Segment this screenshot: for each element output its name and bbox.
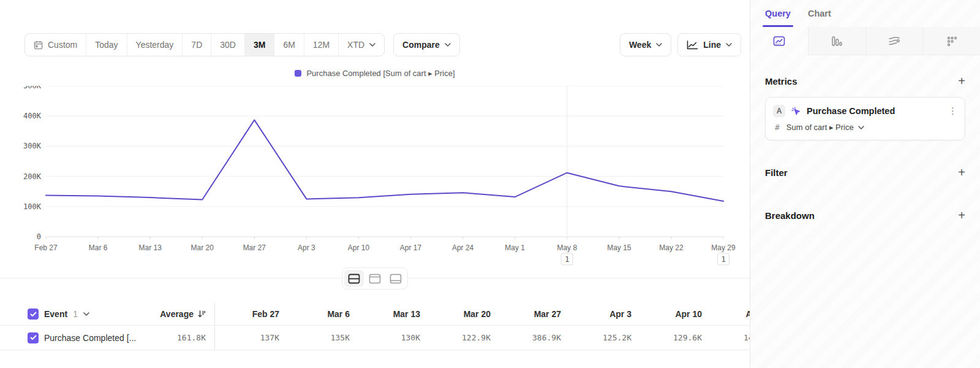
average-value: 161.8K (177, 333, 206, 342)
value-cell: 386.9K (497, 333, 567, 342)
date-value-cells: 137K 135K 130K 122.9K 386.9K 125.2K 129.… (214, 326, 750, 350)
value-cell: 125.2K (567, 333, 638, 342)
flows-icon (888, 36, 900, 46)
average-header-cell[interactable]: Average (141, 309, 214, 319)
tab-label: Chart (808, 9, 831, 18)
event-header-label: Event (44, 309, 67, 319)
aggregation-text: Sum of cart ▸ Price (786, 123, 854, 132)
range-label: 7D (191, 40, 202, 50)
chevron-down-icon (445, 43, 451, 47)
insights-line-icon (773, 36, 785, 47)
report-type-insights[interactable] (750, 27, 808, 55)
value-cell: 122.9K (426, 333, 497, 342)
chart-type-dropdown[interactable]: Line (677, 33, 741, 56)
x-tick-label: Mar 27 (243, 243, 266, 252)
breakdown-section-header: Breakdown + (765, 209, 965, 221)
range-label: Today (95, 40, 118, 50)
date-header: Feb 27 (215, 309, 285, 319)
y-tick-label: 0 (37, 232, 41, 241)
granularity-label: Week (629, 40, 651, 50)
line-chart[interactable]: 0100K200K300K400K500KFeb 27Mar 6Mar 13Ma… (0, 86, 750, 270)
retention-dots-icon (946, 36, 957, 47)
date-header: Mar 6 (285, 309, 356, 319)
x-tick-label: Apr 3 (298, 243, 315, 252)
range-label: Custom (48, 40, 77, 50)
average-header-label: Average (160, 309, 194, 319)
event-name-cell: Purchase Completed [... (0, 332, 141, 343)
y-tick-label: 400K (23, 112, 42, 120)
range-30d[interactable]: 30D (211, 34, 244, 56)
report-type-flows[interactable] (865, 27, 923, 55)
layout-split-button[interactable] (344, 270, 364, 287)
x-tick-label: Mar 20 (191, 243, 214, 252)
table-header-row: Event 1 Average Feb 27 Mar 6 Mar 13 Mar … (0, 303, 750, 326)
compare-button[interactable]: Compare (393, 33, 460, 56)
tab-chart[interactable]: Chart (808, 0, 831, 27)
report-main: Custom Today Yesterday 7D 30D 3M 6M 12M … (0, 0, 750, 368)
report-type-retention[interactable] (922, 27, 980, 55)
breakdown-title: Breakdown (765, 210, 815, 221)
date-header: Apr 3 (567, 309, 638, 319)
layout-chart-only-button[interactable] (365, 270, 385, 287)
chart-settings-group: Week Line (620, 33, 741, 56)
metrics-title: Metrics (765, 76, 797, 86)
split-view-icon (348, 274, 360, 284)
date-header-cells: Feb 27 Mar 6 Mar 13 Mar 20 Mar 27 Apr 3 … (214, 303, 750, 325)
value-cell: 137K (215, 333, 285, 342)
range-custom[interactable]: Custom (25, 34, 86, 56)
bottom-panel-icon (390, 274, 402, 284)
add-filter-button[interactable]: + (958, 166, 965, 178)
range-7d[interactable]: 7D (182, 34, 211, 56)
report-type-funnels[interactable] (808, 27, 865, 55)
analytics-app: Custom Today Yesterday 7D 30D 3M 6M 12M … (0, 0, 980, 368)
add-breakdown-button[interactable]: + (958, 209, 965, 221)
event-cursor-icon (791, 106, 801, 117)
chart-type-label: Line (703, 40, 721, 50)
range-6m[interactable]: 6M (274, 34, 303, 56)
x-tick-label: May 8 (557, 243, 577, 252)
add-metric-button[interactable]: + (958, 75, 965, 87)
metric-card[interactable]: A Purchase Completed ⋮ # Sum of cart ▸ P… (765, 97, 965, 140)
y-tick-label: 300K (23, 142, 42, 150)
range-yesterday[interactable]: Yesterday (127, 34, 183, 56)
value-cell: 130K (356, 333, 426, 342)
kebab-menu-icon[interactable]: ⋮ (948, 105, 957, 117)
funnel-bars-icon (831, 36, 842, 47)
metric-event-name: Purchase Completed (807, 106, 943, 116)
x-tick-label: May 29 (711, 243, 736, 252)
range-label: 30D (220, 40, 236, 50)
range-label: XTD (347, 40, 364, 50)
x-tick-label: May 1 (505, 243, 525, 252)
range-xtd[interactable]: XTD (338, 34, 384, 56)
compare-label: Compare (402, 40, 440, 50)
query-panel: Query Chart Metrics + A (750, 0, 980, 368)
chart-toolbar: Custom Today Yesterday 7D 30D 3M 6M 12M … (24, 33, 741, 56)
date-header: Apr 10 (638, 309, 708, 319)
granularity-dropdown[interactable]: Week (620, 33, 671, 56)
layout-table-only-button[interactable] (386, 270, 405, 287)
average-value-cell: 161.8K (141, 333, 214, 342)
annotation-badge-label: 1 (721, 255, 725, 264)
panel-tabs: Query Chart (750, 0, 980, 27)
range-12m[interactable]: 12M (304, 34, 338, 56)
select-all-checkbox[interactable] (28, 309, 39, 320)
range-today[interactable]: Today (86, 34, 126, 56)
chart-area: 0100K200K300K400K500KFeb 27Mar 6Mar 13Ma… (0, 86, 750, 270)
range-3m[interactable]: 3M (244, 34, 274, 56)
chevron-down-icon[interactable] (83, 312, 89, 316)
series-line[interactable] (46, 120, 723, 201)
event-header-cell: Event 1 (0, 309, 141, 320)
table-row[interactable]: Purchase Completed [... 161.8K 137K 135K… (0, 326, 750, 350)
value-cell: 129.6K (638, 333, 708, 342)
x-tick-label: May 15 (607, 243, 631, 252)
sort-icon (197, 310, 206, 318)
annotation-badge-label: 1 (565, 255, 569, 264)
metric-letter-badge: A (773, 105, 785, 117)
x-tick-label: Mar 6 (89, 243, 108, 252)
filter-title: Filter (765, 167, 788, 178)
row-checkbox[interactable] (28, 332, 39, 343)
y-tick-label: 500K (23, 86, 42, 90)
metric-aggregation-row[interactable]: # Sum of cart ▸ Price (773, 123, 957, 132)
tab-query[interactable]: Query (765, 0, 791, 27)
chart-legend: Purchase Completed [Sum of cart ▸ Price] (0, 69, 750, 78)
